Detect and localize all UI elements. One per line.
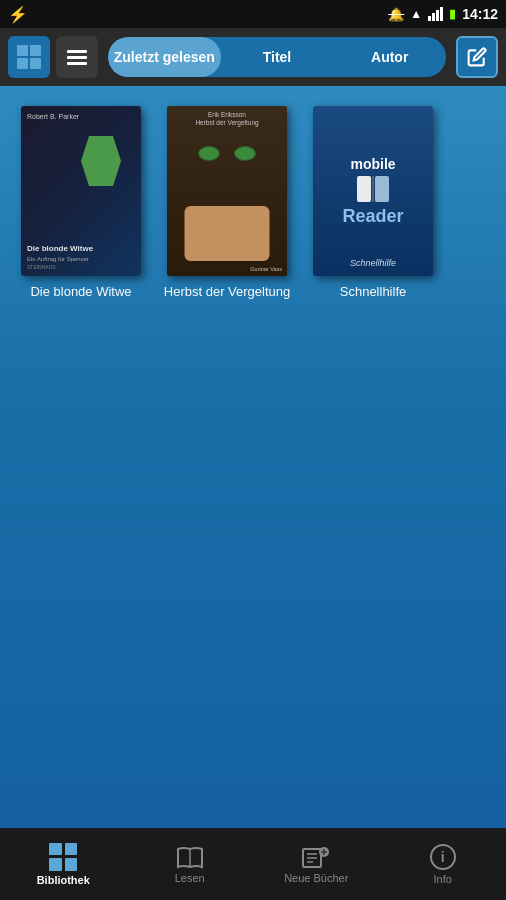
book2-eye [234,146,256,161]
nav-item-neue-buecher[interactable]: Neue Bücher [256,832,376,897]
book2-bottom: Gunnar Vass [172,266,282,272]
tab-titel[interactable]: Titel [221,37,334,77]
pencil-icon [467,47,487,67]
status-left: ⚡ [8,5,28,24]
tab-autor[interactable]: Autor [333,37,446,77]
info-icon: i [430,844,456,870]
status-bar: ⚡ 🔔 ▲ ▮ 14:12 [0,0,506,28]
nav-label-neue-buecher: Neue Bücher [284,872,348,884]
books-grid: Robert B. Parker Die blonde Witwe Ein Au… [16,106,438,301]
status-right: 🔔 ▲ ▮ 14:12 [388,6,498,22]
nav-item-info[interactable]: i Info [383,832,503,897]
battery-icon: ▮ [449,7,456,21]
bibliothek-icon [49,843,77,871]
sort-tabs: Zuletzt gelesen Titel Autor [108,37,446,77]
svg-rect-1 [375,176,389,202]
usb-icon: ⚡ [8,5,28,24]
nav-item-bibliothek[interactable]: Bibliothek [3,832,123,897]
book1-author: Robert B. Parker [27,112,135,121]
list-icon [63,46,91,69]
book-cover-herbst: Erik ErikssonHerbst der Vergeltung Gunna… [167,106,287,276]
tab-zuletzt-gelesen[interactable]: Zuletzt gelesen [108,37,221,77]
book-item[interactable]: mobile Reader Schnellhilfe Schnellhilfe [308,106,438,301]
list-view-button[interactable] [56,36,98,78]
nav-item-lesen[interactable]: Lesen [130,832,250,897]
book2-hands [185,206,270,261]
book3-schnellhilfe-label: Schnellhilfe [350,258,396,268]
wifi-icon: ▲ [410,7,422,21]
book1-decoration [81,136,121,186]
book2-title-label: Herbst der Vergeltung [164,284,290,301]
book-cover-blonde-witwe: Robert B. Parker Die blonde Witwe Ein Au… [21,106,141,276]
book2-author-text: Erik ErikssonHerbst der Vergeltung [172,111,282,128]
book2-eye [198,146,220,161]
grid-icon [17,45,41,69]
mute-icon: 🔔 [388,7,404,22]
nav-label-lesen: Lesen [175,872,205,884]
svg-rect-0 [357,176,371,202]
book-cover-schnellhilfe: mobile Reader Schnellhilfe [313,106,433,276]
book3-book-icon [355,174,391,204]
book1-title-label: Die blonde Witwe [30,284,131,301]
edit-button[interactable] [456,36,498,78]
neue-buecher-icon [301,845,331,869]
toolbar: Zuletzt gelesen Titel Autor [0,28,506,86]
bottom-nav: Bibliothek Lesen Neue Bücher i Info [0,828,506,900]
lesen-icon [176,845,204,869]
book3-mobile-text: mobile [350,156,395,172]
book-item[interactable]: Erik ErikssonHerbst der Vergeltung Gunna… [162,106,292,301]
book3-title-label: Schnellhilfe [340,284,407,301]
signal-icon [428,7,443,21]
book3-reader-text: Reader [342,206,403,227]
main-content: Robert B. Parker Die blonde Witwe Ein Au… [0,86,506,828]
grid-view-button[interactable] [8,36,50,78]
book-item[interactable]: Robert B. Parker Die blonde Witwe Ein Au… [16,106,146,301]
book1-text: Die blonde Witwe Ein Auftrag für Spenser… [27,244,135,270]
clock: 14:12 [462,6,498,22]
nav-label-bibliothek: Bibliothek [37,874,90,886]
nav-label-info: Info [434,873,452,885]
book3-logo: mobile Reader [342,156,403,227]
